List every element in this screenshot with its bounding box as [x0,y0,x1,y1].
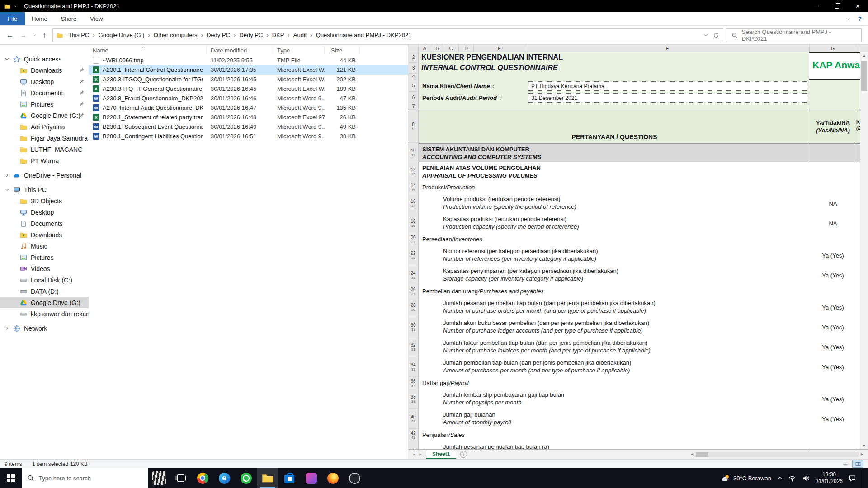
sheet-tab[interactable]: Sheet1 [426,450,456,459]
whatsapp-taskbar-button[interactable] [235,468,257,488]
sidebar-item-downloads[interactable]: Downloads [0,229,89,240]
sidebar-item-documents[interactable]: Documents [0,87,89,99]
back-button[interactable]: ← [5,31,15,39]
explorer-search-box[interactable]: Search Questionnaire and PMPJ - DKP2021 [726,28,862,42]
microsoft-store-taskbar-button[interactable] [278,468,300,488]
breadcrumb-item-dkp[interactable]: DKP [270,32,287,38]
breadcrumb-item-audit[interactable]: Audit [291,32,309,38]
file-file-icon [93,57,99,64]
file-explorer-taskbar-button[interactable] [257,468,278,488]
preview-vertical-scrollbar[interactable]: ▲ ▼ [860,52,868,449]
breadcrumb-item-other-computers[interactable]: Other computers [151,32,200,38]
volume-icon[interactable] [802,474,810,482]
scroll-right-arrow[interactable]: ▶ [861,452,863,456]
sidebar-item-figar-jaya-samudra[interactable]: Figar Jaya Samudra [0,132,89,144]
sidebar-item-adi-priyatna[interactable]: Adi Priyatna [0,121,89,132]
sidebar-item-desktop[interactable]: Desktop [0,206,89,218]
file-row-b230-1-subsequent-event-questionnaire[interactable]: B230.1_Subsequent Event Questionnaire_..… [89,122,408,131]
breadcrumb-item-questionnaire-and-pmpj-dkp2021[interactable]: Questionnaire and PMPJ - DKP2021 [314,32,414,38]
sheet-nav-left-icon[interactable]: ◂ [413,451,415,457]
breadcrumb-item-dedy-pc[interactable]: Dedy PC [204,32,232,38]
chrome-taskbar-button[interactable] [192,468,213,488]
file-row-a230-8-fraud-questionnaire-dkp2021[interactable]: A230.8_Fraud Questionnaire_DKP202130/01/… [89,94,408,103]
column-header-type[interactable]: Type [273,46,325,54]
sidebar-item-local-disk-c[interactable]: Local Disk (C:) [0,274,89,286]
sidebar-item-music[interactable]: Music [0,240,89,252]
add-sheet-button[interactable]: + [460,451,467,458]
firefox-taskbar-button[interactable] [322,468,344,488]
show-desktop-button[interactable] [863,468,866,488]
sidebar-item-downloads[interactable]: Downloads [0,65,89,76]
preview-view-button[interactable] [852,460,863,468]
sidebar-item-pictures[interactable]: Pictures [0,252,89,263]
dark-app-taskbar-button[interactable] [344,468,365,488]
quick-access-toolbar-chevron-icon[interactable] [14,4,19,9]
address-dropdown-chevron-icon[interactable] [703,33,708,38]
horizontal-scrollbar[interactable]: ◀ ▶ [691,452,863,457]
vertical-scroll-thumb[interactable] [861,61,867,91]
column-header-name[interactable]: Name [89,46,207,54]
file-row-b280-1-contingent-liabilities-questionn[interactable]: B280.1_Contingent Liabilities Questionn.… [89,131,408,141]
minimize-button[interactable] [806,0,826,12]
action-center-icon[interactable] [849,474,856,482]
details-view-button[interactable] [840,460,851,468]
taskbar-clock[interactable]: 13:30 31/01/2026 [816,471,843,485]
hidden-icons-chevron-icon[interactable] [777,475,783,481]
sidebar-item-desktop[interactable]: Desktop [0,76,89,87]
ribbon-tab-home[interactable]: Home [25,12,54,25]
sidebar-item-data-d[interactable]: DATA (D:) [0,286,89,297]
scroll-up-arrow[interactable]: ▲ [860,52,868,59]
sidebar-item-google-drive-g[interactable]: Google Drive (G:) [0,297,89,308]
weather-widget[interactable]: 30°C Berawan [721,474,771,483]
start-button[interactable] [0,468,22,488]
file-menu-button[interactable]: File [0,12,25,25]
refresh-icon[interactable] [713,32,719,38]
sidebar-item-documents[interactable]: Documents [0,218,89,229]
breadcrumb-item-this-pc[interactable]: This PC [66,32,91,38]
sidebar-item-pt-warna[interactable]: PT Warna [0,155,89,166]
file-row-b220-1-statement-of-related-party-transac[interactable]: B220.1_Statement of related party transa… [89,113,408,122]
file-row-a230-3-itgcq-questionnaire-for-itgc-dk[interactable]: A230.3-ITGCQ_Questionnaire for ITGC_DK..… [89,75,408,84]
edge-taskbar-button[interactable] [213,468,235,488]
close-button[interactable]: × [847,0,868,12]
sidebar-item-videos[interactable]: Videos [0,263,89,274]
sheet-nav-right-icon[interactable]: ▸ [420,451,422,457]
horizontal-scroll-track[interactable] [695,452,859,457]
help-button[interactable]: ? [858,15,862,23]
forward-button[interactable]: → [18,31,29,39]
network-icon[interactable] [788,474,796,482]
sidebar-section-network[interactable]: Network [0,323,89,334]
scroll-down-arrow[interactable]: ▼ [860,442,868,449]
row-number: 7 [408,103,419,110]
sidebar-item-kkp-anwar-dan-rekan-1[interactable]: kkp anwar dan rekan (\\1 [0,308,89,319]
column-header-date-modified[interactable]: Date modified [207,46,273,54]
media-app-taskbar-button[interactable] [300,468,322,488]
sidebar-item-3d-objects[interactable]: 3D Objects [0,195,89,206]
sidebar-section-this-pc[interactable]: This PC [0,184,89,195]
scroll-left-arrow[interactable]: ◀ [691,452,693,456]
restore-button[interactable] [826,0,847,12]
up-button[interactable]: ↑ [39,31,50,39]
address-bar[interactable]: This PC›Google Drive (G:)›Other computer… [52,28,723,42]
file-row-wrl0066-tmp[interactable]: ~WRL0066.tmp11/02/2025 9:55TMP File44 KB [89,56,408,65]
sidebar-section-onedrive-personal[interactable]: OneDrive - Personal [0,169,89,181]
ribbon-tab-share[interactable]: Share [54,12,84,25]
sidebar-section-quick-access[interactable]: Quick access [0,53,89,65]
breadcrumb-item-dedy-pc[interactable]: Dedy PC [237,32,265,38]
sidebar-item-luthfi-magang[interactable]: LUTHFI MAGANG [0,144,89,155]
task-view-taskbar-button[interactable] [170,468,192,488]
horizontal-scroll-thumb[interactable] [696,452,708,457]
recent-locations-chevron-icon[interactable] [32,33,36,38]
expand-ribbon-chevron-icon[interactable] [846,17,850,21]
sidebar-item-pictures[interactable]: Pictures [0,99,89,110]
taskbar-search[interactable]: Type here to search [22,468,148,488]
ribbon-tab-view[interactable]: View [83,12,109,25]
sidebar-item-google-drive-g[interactable]: Google Drive (G:) [0,110,89,121]
file-row-a230-1-internal-control-questionnaire-d[interactable]: A230.1_Internal Control Questionnaire_D.… [89,65,408,75]
file-row-a270-internal-audit-questionnaire-dkp2[interactable]: A270_Internal Audit Questionnaire_DKP2..… [89,103,408,113]
zebra-thumbnail-taskbar-button[interactable] [148,468,170,488]
question-text: Jumlah pesanan pembelian tiap bulan (dan… [419,297,810,317]
file-row-a230-3-itq-it-general-questionnaire-dk[interactable]: A230.3-ITQ_IT General Questionnaire_DK..… [89,84,408,94]
column-header-size[interactable]: Size [325,46,360,54]
breadcrumb-item-google-drive-g[interactable]: Google Drive (G:) [96,32,147,38]
